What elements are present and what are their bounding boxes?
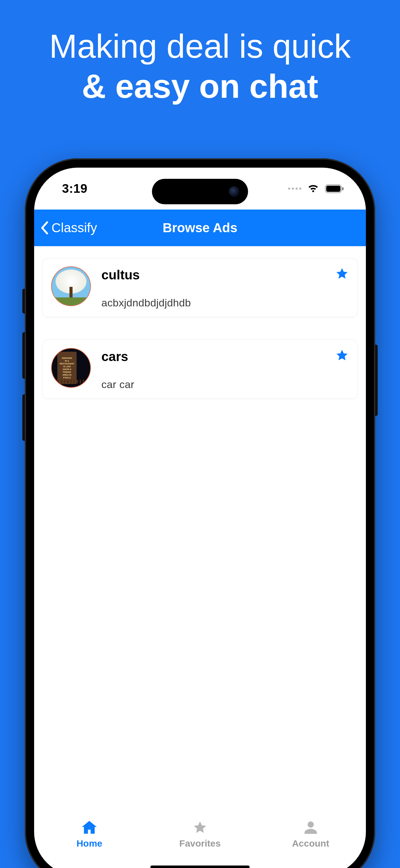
home-indicator[interactable] [151,866,249,868]
page-title: Browse Ads [163,220,237,235]
ad-body: cultus acbxjdndbdjdjdhdb [101,266,325,309]
phone-screen: 3:19 Classify Browse Ads [34,168,366,868]
cellular-dots-icon [288,187,301,190]
back-label: Classify [52,220,97,235]
status-time: 3:19 [62,182,88,195]
ad-title: cultus [101,268,325,282]
ad-description: car car [101,378,325,391]
wifi-icon [307,184,320,193]
home-icon [81,820,97,835]
tab-label: Favorites [179,838,221,849]
tab-home[interactable]: Home [34,820,145,868]
tab-label: Home [76,838,102,849]
ad-description: acbxjdndbdjdjdhdb [101,297,325,309]
phone-side-button [22,394,25,441]
status-indicators [288,184,344,193]
battery-icon [325,184,344,193]
promo-line-1: Making deal is quick [0,28,400,65]
tab-bar: Home Favorites Account [34,813,366,868]
ad-body: cars car car [101,348,325,391]
person-icon [303,820,319,835]
dynamic-island [152,179,248,204]
promo-line-2: & easy on chat [0,68,400,105]
tab-label: Account [292,838,329,849]
phone-side-button [375,345,378,416]
ad-thumbnail [51,266,91,306]
camera-icon [229,186,239,197]
ad-title: cars [101,349,325,364]
ad-card[interactable]: cultus acbxjdndbdjdjdhdb [42,258,358,317]
star-icon [335,267,349,281]
phone-frame: 3:19 Classify Browse Ads [25,158,375,868]
tab-account[interactable]: Account [255,820,366,868]
svg-rect-2 [342,187,343,190]
phone-side-button [22,332,25,379]
ad-thumbnail: SMOKINGIN ARESTAURANTIS LIKEHAVIN APEEIN… [51,348,91,388]
navigation-bar: Classify Browse Ads [34,210,366,246]
star-icon [335,349,349,362]
ad-card[interactable]: SMOKINGIN ARESTAURANTIS LIKEHAVIN APEEIN… [42,340,358,399]
star-icon [192,820,208,835]
phone-side-button [22,289,25,314]
tab-favorites[interactable]: Favorites [145,820,256,868]
back-button[interactable]: Classify [34,220,97,235]
ads-list[interactable]: cultus acbxjdndbdjdjdhdb SMOKINGIN AREST… [34,246,366,813]
svg-rect-1 [326,186,340,192]
promo-heading: Making deal is quick & easy on chat [0,0,400,105]
chevron-left-icon [40,221,49,235]
favorite-button[interactable] [335,349,349,362]
favorite-button[interactable] [335,267,349,281]
